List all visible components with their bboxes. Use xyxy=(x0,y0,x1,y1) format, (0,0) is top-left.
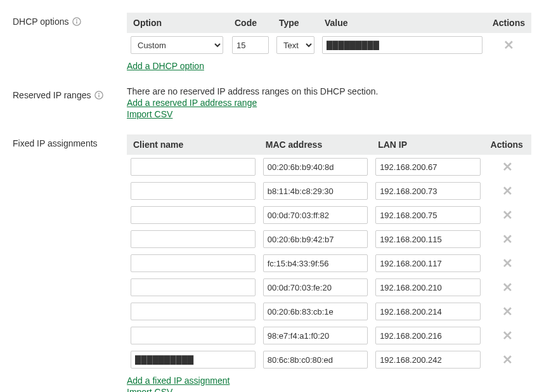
fixed-ip-row: ✕ xyxy=(127,203,531,227)
dhcp-options-body: Option Code Type Value Actions Custom Te… xyxy=(127,13,531,71)
dhcp-option-row: Custom Text ✕ xyxy=(127,33,531,57)
dhcp-header-code: Code xyxy=(228,13,273,33)
client-name-input[interactable] xyxy=(131,182,256,200)
lan-ip-input[interactable] xyxy=(375,278,480,296)
reserved-ip-label-text: Reserved IP ranges xyxy=(13,90,91,100)
fixed-ip-row: ✕ xyxy=(127,348,531,372)
add-fixed-ip-link[interactable]: Add a fixed IP assignment xyxy=(127,376,531,386)
dhcp-code-input[interactable] xyxy=(232,36,269,54)
mac-address-input[interactable] xyxy=(263,254,368,272)
fixed-ip-row: ✕ xyxy=(127,155,531,179)
dhcp-header-value: Value xyxy=(318,13,486,33)
mac-address-input[interactable] xyxy=(263,351,368,369)
fixed-ip-row: ✕ xyxy=(127,251,531,275)
info-icon[interactable] xyxy=(72,17,81,26)
info-icon[interactable] xyxy=(94,91,103,100)
reserved-ip-label: Reserved IP ranges xyxy=(13,86,127,100)
delete-fixed-ip-button[interactable]: ✕ xyxy=(484,251,531,275)
client-name-input[interactable] xyxy=(131,230,256,248)
mac-address-input[interactable] xyxy=(263,303,368,320)
dhcp-options-label: DHCP options xyxy=(13,13,127,27)
mac-address-input[interactable] xyxy=(263,158,368,176)
delete-fixed-ip-button[interactable]: ✕ xyxy=(484,227,531,251)
section-fixed-ip: Fixed IP assignments Client name MAC add… xyxy=(13,134,531,392)
fixed-header-client: Client name xyxy=(127,134,259,155)
svg-rect-2 xyxy=(77,21,77,23)
section-reserved-ip: Reserved IP ranges There are no reserved… xyxy=(13,86,531,119)
fixed-header-mac: MAC address xyxy=(259,134,372,155)
lan-ip-input[interactable] xyxy=(375,303,480,320)
reserved-ip-body: There are no reserved IP address ranges … xyxy=(127,86,531,119)
lan-ip-input[interactable] xyxy=(375,206,480,224)
fixed-ip-import-csv-link[interactable]: Import CSV xyxy=(127,387,531,392)
lan-ip-input[interactable] xyxy=(375,230,480,248)
client-name-input[interactable] xyxy=(131,206,256,224)
mac-address-input[interactable] xyxy=(263,230,368,248)
svg-point-1 xyxy=(76,19,77,20)
delete-fixed-ip-button[interactable]: ✕ xyxy=(484,155,531,179)
delete-fixed-ip-button[interactable]: ✕ xyxy=(484,348,531,372)
lan-ip-input[interactable] xyxy=(375,182,480,200)
delete-fixed-ip-button[interactable]: ✕ xyxy=(484,323,531,348)
client-name-input[interactable] xyxy=(131,327,256,344)
lan-ip-input[interactable] xyxy=(375,351,480,369)
fixed-header-actions: Actions xyxy=(484,134,531,155)
fixed-ip-label: Fixed IP assignments xyxy=(13,134,127,148)
mac-address-input[interactable] xyxy=(263,206,368,224)
fixed-ip-label-text: Fixed IP assignments xyxy=(13,138,98,148)
reserved-ip-import-csv-link[interactable]: Import CSV xyxy=(127,109,531,119)
svg-rect-5 xyxy=(99,95,100,97)
dhcp-value-input[interactable] xyxy=(322,36,482,54)
lan-ip-input[interactable] xyxy=(375,158,480,176)
fixed-ip-table: Client name MAC address LAN IP Actions ✕… xyxy=(127,134,531,372)
delete-fixed-ip-button[interactable]: ✕ xyxy=(484,179,531,203)
add-reserved-ip-range-link[interactable]: Add a reserved IP address range xyxy=(127,98,531,108)
delete-fixed-ip-button[interactable]: ✕ xyxy=(484,299,531,323)
delete-dhcp-option-button[interactable]: ✕ xyxy=(486,33,531,57)
dhcp-option-select[interactable]: Custom xyxy=(131,36,223,54)
dhcp-header-actions: Actions xyxy=(486,13,531,33)
reserved-ip-empty-text: There are no reserved IP address ranges … xyxy=(127,86,531,96)
client-name-input[interactable] xyxy=(131,303,256,320)
mac-address-input[interactable] xyxy=(263,327,368,344)
dhcp-type-select[interactable]: Text xyxy=(276,36,314,54)
client-name-input[interactable] xyxy=(131,158,256,176)
delete-fixed-ip-button[interactable]: ✕ xyxy=(484,203,531,227)
fixed-ip-row: ✕ xyxy=(127,323,531,348)
client-name-input[interactable] xyxy=(131,351,256,369)
section-dhcp-options: DHCP options Option Code Type Value Acti… xyxy=(13,13,531,71)
lan-ip-input[interactable] xyxy=(375,327,480,344)
client-name-input[interactable] xyxy=(131,254,256,272)
dhcp-header-option: Option xyxy=(127,13,228,33)
svg-point-4 xyxy=(99,93,100,94)
client-name-input[interactable] xyxy=(131,278,256,296)
lan-ip-input[interactable] xyxy=(375,254,480,272)
fixed-ip-row: ✕ xyxy=(127,275,531,299)
fixed-ip-row: ✕ xyxy=(127,179,531,203)
fixed-ip-row: ✕ xyxy=(127,227,531,251)
delete-fixed-ip-button[interactable]: ✕ xyxy=(484,275,531,299)
dhcp-options-table: Option Code Type Value Actions Custom Te… xyxy=(127,13,531,57)
add-dhcp-option-link[interactable]: Add a DHCP option xyxy=(127,61,531,71)
fixed-ip-row: ✕ xyxy=(127,299,531,323)
dhcp-options-label-text: DHCP options xyxy=(13,16,68,27)
dhcp-header-type: Type xyxy=(273,13,318,33)
fixed-ip-body: Client name MAC address LAN IP Actions ✕… xyxy=(127,134,531,392)
fixed-header-lan: LAN IP xyxy=(372,134,484,155)
mac-address-input[interactable] xyxy=(263,182,368,200)
mac-address-input[interactable] xyxy=(263,278,368,296)
